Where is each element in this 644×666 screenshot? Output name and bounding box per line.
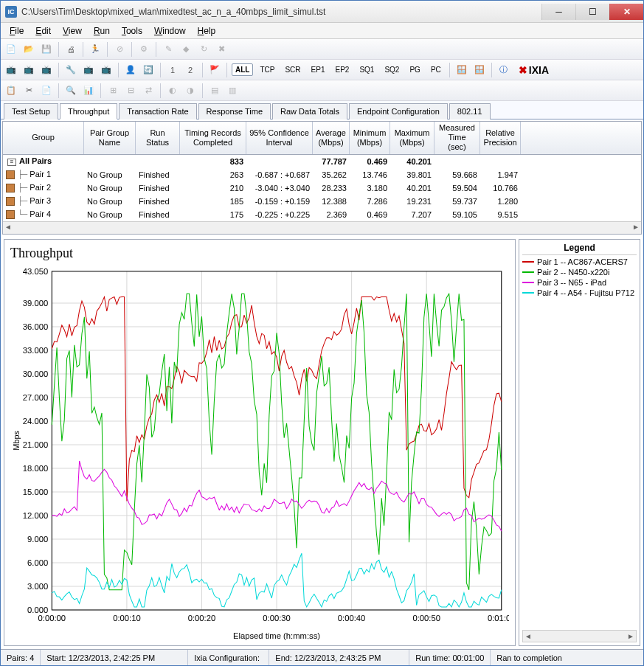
table-row[interactable]: ├─ Pair 2No GroupFinished210-3.040 : +3.…: [3, 181, 641, 195]
col-header[interactable]: Group: [3, 122, 84, 154]
win2-icon[interactable]: 🪟: [472, 63, 487, 77]
menu-help[interactable]: Help: [192, 24, 222, 38]
print-icon[interactable]: 🖨: [63, 42, 78, 57]
tab-transaction-rate[interactable]: Transaction Rate: [119, 103, 196, 119]
legend-item[interactable]: Pair 1 -- AC867-ACERS7: [522, 257, 637, 267]
cfg4-icon[interactable]: 👤: [123, 63, 138, 77]
table-row[interactable]: ├─ Pair 3No GroupFinished185-0.159 : +0.…: [3, 195, 641, 208]
ed11-icon[interactable]: ▤: [207, 83, 222, 98]
new-icon[interactable]: 📄: [4, 42, 18, 57]
svg-text:0:00:10: 0:00:10: [113, 614, 141, 622]
save-icon[interactable]: 💾: [39, 42, 54, 57]
cfg3-icon[interactable]: 📺: [99, 63, 114, 77]
table-row[interactable]: ├─ Pair 1No GroupFinished263-0.687 : +0.…: [3, 168, 641, 181]
tab-response-time[interactable]: Response Time: [198, 103, 271, 119]
col-header[interactable]: Average(Mbps): [313, 122, 350, 154]
tab-endpoint-configuration[interactable]: Endpoint Configuration: [349, 103, 448, 119]
tool-icon[interactable]: ⚙: [136, 42, 151, 57]
ed4-icon[interactable]: 🔍: [63, 83, 78, 98]
ed1-icon[interactable]: 📋: [4, 83, 18, 98]
tool2-icon[interactable]: ✎: [161, 42, 176, 57]
tab-raw-data-totals[interactable]: Raw Data Totals: [272, 103, 347, 119]
svg-text:21.000: 21.000: [23, 440, 48, 449]
menu-window[interactable]: Window: [148, 24, 192, 38]
svg-text:36.000: 36.000: [23, 322, 48, 331]
legend-item[interactable]: Pair 4 -- A54 - Fujitsu P712: [522, 288, 637, 298]
filter-scr[interactable]: SCR: [281, 63, 304, 76]
menu-file[interactable]: File: [4, 24, 30, 38]
svg-text:18.000: 18.000: [23, 464, 48, 473]
label2-icon[interactable]: 2: [183, 63, 198, 77]
menu-run[interactable]: Run: [88, 24, 116, 38]
title-bar: IC C:\Users\Tim\Desktop\mixed_wlan\mixed…: [1, 1, 643, 23]
cfg1-icon[interactable]: 🔧: [63, 63, 78, 77]
minimize-button[interactable]: ─: [541, 4, 575, 20]
status-end: End: 12/23/2013, 2:43:25 PM: [269, 650, 409, 665]
tv2-icon[interactable]: 📺: [21, 63, 36, 77]
ed9-icon[interactable]: ◐: [165, 83, 180, 98]
ed2-icon[interactable]: ✂: [21, 83, 36, 98]
open-icon[interactable]: 📂: [21, 42, 36, 57]
filter-ep1[interactable]: EP1: [308, 63, 329, 76]
table-row[interactable]: └─ Pair 4No GroupFinished175-0.225 : +0.…: [3, 208, 641, 221]
status-completion: Ran to completion: [491, 650, 568, 665]
filter-all[interactable]: ALL: [232, 63, 253, 76]
stop-icon[interactable]: ⊘: [112, 42, 127, 57]
col-header[interactable]: Pair GroupName: [84, 122, 136, 154]
menu-tools[interactable]: Tools: [116, 24, 148, 38]
filter-pc[interactable]: PC: [427, 63, 445, 76]
table-scrollbar[interactable]: [3, 221, 641, 234]
tab-802.11[interactable]: 802.11: [449, 103, 491, 119]
ed10-icon[interactable]: ◑: [183, 83, 198, 98]
svg-text:39.000: 39.000: [23, 299, 48, 308]
label1-icon[interactable]: 1: [165, 63, 180, 77]
ed12-icon[interactable]: ▥: [225, 83, 240, 98]
svg-text:33.000: 33.000: [23, 346, 48, 355]
tool5-icon[interactable]: ✖: [214, 42, 229, 57]
col-header[interactable]: Timing RecordsCompleted: [180, 122, 246, 154]
menu-edit[interactable]: Edit: [30, 24, 57, 38]
tool4-icon[interactable]: ↻: [196, 42, 211, 57]
ed5-icon[interactable]: 📊: [81, 83, 96, 98]
run-icon[interactable]: 🏃: [88, 42, 103, 57]
tool3-icon[interactable]: ◆: [179, 42, 193, 57]
filter-sq1[interactable]: SQ1: [356, 63, 378, 76]
window-title: C:\Users\Tim\Desktop\mixed_wlan\mixedtes…: [21, 7, 541, 17]
svg-text:0:01:00: 0:01:00: [488, 614, 509, 622]
close-button[interactable]: ✕: [609, 4, 643, 20]
filter-tcp[interactable]: TCP: [256, 63, 278, 76]
tv1-icon[interactable]: 📺: [4, 63, 18, 77]
info-icon[interactable]: ⓘ: [496, 63, 511, 77]
filter-pg[interactable]: PG: [406, 63, 423, 76]
flag-icon[interactable]: 🚩: [207, 63, 222, 77]
toolbar-filters: 📺 📺 📺 🔧 📺 📺 👤 🔄 1 2 🚩 ALL TCP SCR EP1 EP…: [1, 60, 643, 80]
col-header[interactable]: RunStatus: [136, 122, 180, 154]
filter-sq2[interactable]: SQ2: [381, 63, 403, 76]
ed3-icon[interactable]: 📄: [39, 83, 54, 98]
result-tabs: Test SetupThroughputTransaction RateResp…: [1, 101, 643, 119]
ed8-icon[interactable]: ⇄: [141, 83, 156, 98]
maximize-button[interactable]: ☐: [575, 4, 609, 20]
menu-view[interactable]: View: [57, 24, 88, 38]
filter-ep2[interactable]: EP2: [331, 63, 353, 76]
cfg5-icon[interactable]: 🔄: [141, 63, 156, 77]
cfg2-icon[interactable]: 📺: [81, 63, 96, 77]
col-header[interactable]: Measured Time(sec): [434, 122, 480, 154]
legend-item[interactable]: Pair 3 -- N65 - iPad: [522, 277, 637, 288]
legend-item[interactable]: Pair 2 -- N450-x220i: [522, 267, 637, 277]
table-row-total[interactable]: ≡All Pairs83377.7870.46940.201: [3, 155, 641, 168]
legend-scrollbar[interactable]: ◄►: [522, 630, 637, 642]
ed7-icon[interactable]: ⊟: [123, 83, 138, 98]
tab-test-setup[interactable]: Test Setup: [4, 103, 58, 119]
col-header[interactable]: Maximum(Mbps): [390, 122, 434, 154]
svg-text:15.000: 15.000: [23, 488, 48, 496]
win1-icon[interactable]: 🪟: [454, 63, 469, 77]
svg-text:Mbps: Mbps: [12, 430, 21, 450]
tab-throughput[interactable]: Throughput: [60, 103, 117, 119]
svg-text:0:00:20: 0:00:20: [188, 614, 216, 622]
col-header[interactable]: RelativePrecision: [480, 122, 521, 154]
ed6-icon[interactable]: ⊞: [105, 83, 120, 98]
tv3-icon[interactable]: 📺: [39, 63, 54, 77]
col-header[interactable]: 95% ConfidenceInterval: [246, 122, 313, 154]
col-header[interactable]: Minimum(Mbps): [350, 122, 390, 154]
